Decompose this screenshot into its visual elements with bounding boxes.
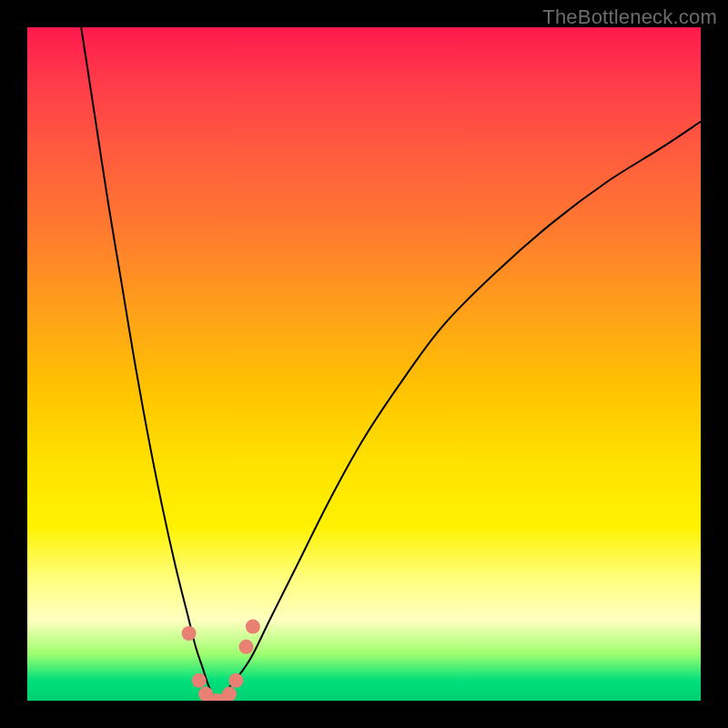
chart-curve-left [81, 27, 216, 701]
chart-marker [222, 687, 237, 701]
chart-svg [27, 27, 701, 701]
chart-plot-area [27, 27, 701, 701]
chart-curve-right [216, 122, 701, 701]
chart-marker [192, 673, 207, 688]
chart-marker [246, 620, 260, 634]
chart-marker [228, 673, 243, 688]
chart-marker [239, 640, 254, 654]
chart-marker [182, 626, 197, 641]
chart-markers [182, 620, 260, 701]
watermark-text: TheBottleneck.com [542, 5, 717, 29]
